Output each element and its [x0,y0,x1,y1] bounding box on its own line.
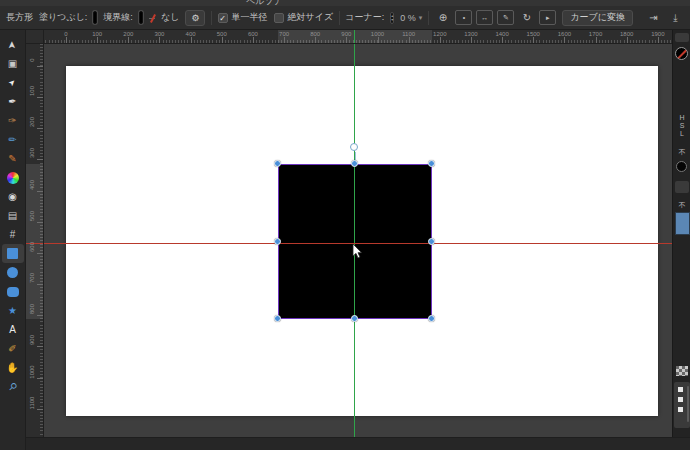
selection-handle-top-left[interactable] [274,160,281,167]
ruler-label: 1200 [433,31,446,37]
move-tool[interactable]: ➤ [2,35,24,54]
panel-tab[interactable] [675,33,689,42]
crop-tool[interactable]: # [2,225,24,244]
selection-handle-bottom-left[interactable] [274,315,281,322]
ruler-label: 900 [29,328,35,352]
mini-scrollbar[interactable] [687,386,689,422]
black-color-swatch[interactable] [676,161,687,172]
zoom-tool[interactable]: ⚲ [2,377,24,396]
insert-box-icon[interactable]: ▸ [539,10,556,25]
horizontal-ruler[interactable]: 0100200300400500600700800900100011001200… [44,30,672,44]
slider-thumb[interactable] [150,14,156,23]
snap-bounds-icon[interactable]: • [455,10,472,25]
fill-gradient-tool[interactable]: ◉ [2,187,24,206]
picture-frame-tool[interactable]: ▤ [2,206,24,225]
transparency-checker-icon[interactable] [676,366,688,376]
horizontal-guide-line[interactable] [44,243,672,244]
stroke-settings-button[interactable]: ⚙ [185,10,205,26]
artboard-tool-icon: ▣ [8,59,17,69]
rotate-icon[interactable]: ↻ [518,10,535,25]
vertical-ruler[interactable]: 010020030040050060070080090010001100 [26,44,44,437]
fill-swatch[interactable] [93,11,97,24]
ruler-tick [627,37,628,43]
corner-percent-dropdown[interactable]: 0 % ▾ [400,13,422,23]
selection-handle-middle-left[interactable] [274,238,281,245]
stroke-swatch[interactable] [139,11,143,24]
ruler-tick [564,37,565,43]
text-tool-icon: A [9,325,16,335]
paint-brush-tool[interactable]: ✎ [2,149,24,168]
transform-box-icon[interactable]: ↔ [476,10,493,25]
rectangle-tool[interactable] [2,244,24,263]
stroke-width-slider[interactable] [149,12,156,24]
node-tool[interactable]: ➤ [2,73,24,92]
selection-handle-top-center[interactable] [351,160,358,167]
absolute-size-checkbox[interactable]: 絶対サイズ [274,11,334,24]
context-toolbar: 長方形 塗りつぶし: 境界線: なし ⚙ ✓ 単一半径 絶対サイズ コーナー: … [0,6,690,30]
align-vertical-icon[interactable]: ⤓ [667,10,684,25]
ruler-tick [37,97,43,98]
ruler-label: 1400 [495,31,508,37]
star-tool[interactable]: ★ [2,301,24,320]
selection-handle-top-right[interactable] [428,160,435,167]
color-picker-tool-icon: ✐ [8,344,16,354]
pencil-tool[interactable]: ✏ [2,130,24,149]
ruler-label: 1600 [558,31,571,37]
move-tool-icon: ➤ [7,40,17,48]
vertical-guide-line[interactable] [354,44,355,437]
canvas[interactable] [44,44,672,437]
studio-panel-edge: H S L 不 不 [672,30,690,450]
ruler-label: 200 [29,110,35,134]
zoom-tool-icon: ⚲ [6,380,18,392]
vector-brush-tool[interactable]: ✑ [2,111,24,130]
ruler-label: 400 [29,173,35,197]
edit-box-icon[interactable]: ✎ [497,10,514,25]
application-window: ペルソナ 長方形 塗りつぶし: 境界線: なし ⚙ ✓ 単一半径 絶対サイズ コ… [0,0,690,450]
selected-rectangle-shape[interactable] [278,164,432,319]
align-horizontal-icon[interactable]: ⇥ [645,10,662,25]
blue-color-swatch[interactable] [675,212,690,235]
no-fill-swatch-icon[interactable] [675,47,688,60]
ruler-label: 1000 [371,31,384,37]
single-radius-checkbox[interactable]: ✓ 単一半径 [218,11,268,24]
panel-button[interactable] [675,181,689,193]
stepper-down-icon[interactable]: ▾ [391,18,393,22]
artboard-tool[interactable]: ▣ [2,54,24,73]
ellipse-tool[interactable] [2,263,24,282]
mini-swatch[interactable] [678,387,683,392]
ruler-label: 100 [29,79,35,103]
ruler-tick [37,315,43,316]
ruler-tick [253,37,254,43]
ruler-label: 600 [248,31,258,37]
ruler-tick [37,159,43,160]
color-picker-tool[interactable]: ✐ [2,339,24,358]
stroke-label: 境界線: [103,11,133,24]
pen-tool[interactable]: ✒ [2,92,24,111]
mini-swatch-panel[interactable] [674,382,690,428]
tool-name-label: 長方形 [6,11,33,24]
text-tool[interactable]: A [2,320,24,339]
ruler-tick [159,37,160,43]
selection-handle-middle-right[interactable] [428,238,435,245]
ruler-tick [533,37,534,43]
corner-stepper[interactable]: ▴ ▾ [390,12,394,24]
convert-to-curves-button[interactable]: カーブに変換 [562,10,633,26]
mini-swatch[interactable] [678,397,683,402]
rotation-handle[interactable] [350,143,358,151]
mini-swatch[interactable] [678,407,683,412]
color-wheel-tool[interactable] [2,168,24,187]
snap-target-icon[interactable]: ⊕ [434,10,451,25]
stroke-style-none-label[interactable]: なし [161,11,179,24]
ruler-tick [37,191,43,192]
ruler-label: 400 [186,31,196,37]
hand-tool[interactable]: ✋ [2,358,24,377]
toolbar-icon-group: ⊕•↔✎↻▸ [434,10,556,25]
ruler-tick [37,378,43,379]
ruler-tick [37,128,43,129]
rounded-rectangle-tool[interactable] [2,282,24,301]
node-tool-icon: ➤ [7,77,19,89]
selection-handle-bottom-center[interactable] [351,315,358,322]
selection-handle-bottom-right[interactable] [428,315,435,322]
no-fill-slash [676,47,688,60]
ruler-label: 200 [123,31,133,37]
